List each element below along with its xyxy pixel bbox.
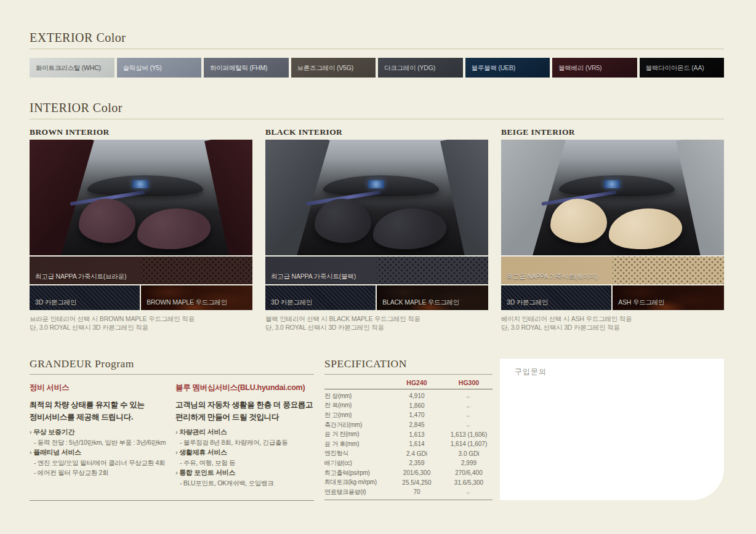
wood-grain-tile: BROWN MAPLE 우드그레인 — [141, 285, 252, 310]
car-door-shape — [265, 140, 330, 255]
spec-row: 전 장(mm)4,910← — [324, 391, 493, 401]
spec-header-hg300: HG300 — [445, 379, 493, 386]
program-intro-line: 최적의 차량 상태를 유지할 수 있는 — [30, 399, 170, 411]
spec-row: 배기량(cc)2,3592,999 — [324, 458, 493, 468]
exterior-swatch-v5g: 브론즈그레이 (V5G) — [291, 58, 376, 78]
program-item-line: - BLU포인트, OK캐쉬백, 오일뱅크 — [175, 478, 316, 488]
spec-label: 최대토크(kg·m/rpm) — [324, 478, 388, 487]
interior-heading: BLACK INTERIOR — [265, 127, 488, 140]
exterior-swatch-label: 브론즈그레이 (V5G) — [297, 58, 354, 78]
spec-header-hg240: HG240 — [388, 379, 445, 386]
spec-value: 270/6,400 — [445, 469, 493, 476]
interior-caption: 베이지 인테리어 선택 시 ASH 우드그레인 적용 단, 3.0 ROYAL … — [501, 314, 724, 332]
program-list: 차량관리 서비스 - 블루점검 8년 8회, 차량캐어, 긴급출동 생활제휴 서… — [175, 427, 316, 488]
trim-tiles: 3D 카본그레인 ASH 우드그레인 — [501, 285, 724, 310]
nav-screen-glow — [604, 180, 620, 188]
interior-heading: BEIGE INTERIOR — [501, 127, 724, 140]
spec-value: 201/6,300 — [388, 469, 445, 476]
program-heading: 정비 서비스 — [30, 383, 170, 393]
spec-row: 전 폭(mm)1,860← — [324, 401, 493, 411]
interior-column-beige: BEIGE INTERIOR 최고급 NAPPA 가죽시트(베이지) 3D 카본… — [501, 127, 724, 332]
program-intro-line: 고객님의 자동차 생활을 한층 더 풍요롭고 — [175, 399, 316, 411]
spec-value: 2,999 — [445, 460, 493, 466]
car-seat-shape — [79, 199, 135, 243]
interior-column-brown: BROWN INTERIOR 최고급 NAPPA 가죽시트(브라운) 3D 카본… — [30, 127, 252, 332]
caption-line: 단, 3.0 ROYAL 선택시 3D 카본그레인 적용 — [265, 323, 488, 332]
spec-label: 최고출력(ps/rpm) — [324, 469, 388, 477]
trim-tiles: 3D 카본그레인 BLACK MAPLE 우드그레인 — [265, 285, 488, 310]
program-heading: 블루 멤버십서비스(BLU.hyundai.com) — [175, 383, 316, 393]
program-item-line: - 주유, 여행, 보험 등 — [175, 458, 316, 468]
exterior-swatch-whc: 화이트크리스탈 (WHC) — [30, 58, 115, 78]
nav-screen-glow — [132, 180, 148, 188]
wood-grain-tile: ASH 우드그레인 — [613, 285, 724, 310]
interior-photo — [30, 140, 252, 255]
exterior-swatch-aa: 블랙다이아몬드 (AA) — [640, 58, 725, 78]
spec-row: 연료탱크용량(ℓ)70← — [324, 487, 493, 497]
program-item-title: 생활제휴 서비스 — [175, 447, 316, 458]
spec-value: 70 — [388, 488, 445, 495]
spec-value: ← — [445, 393, 493, 399]
program-item-title: 무상 보증기간 — [30, 427, 170, 437]
wood-grain-label: BROWN MAPLE 우드그레인 — [147, 298, 227, 307]
carbon-grain-tile: 3D 카본그레인 — [265, 285, 376, 310]
car-door-shape — [30, 140, 94, 255]
program-column-membership: 블루 멤버십서비스(BLU.hyundai.com) 고객님의 자동차 생활을 … — [175, 383, 316, 488]
spec-header-row: HG240 HG300 — [324, 377, 493, 389]
exterior-swatch-label: 블랙다이아몬드 (AA) — [646, 58, 704, 78]
spec-value: 2.4 GDi — [388, 450, 445, 457]
leather-swatch: 최고급 NAPPA 가죽시트(브라운) — [30, 257, 252, 284]
program-item-title: 통합 포인트 서비스 — [175, 468, 316, 478]
exterior-swatch-row: 화이트크리스탈 (WHC) 슬릭실버 (Y5) 하이퍼메탈릭 (FHM) 브론즈… — [30, 58, 724, 78]
program-item-line: - 엔진 오일/오일 필터/에어 클리너 무상교환 4회 — [30, 458, 170, 468]
interior-caption: 브라운 인테리어 선택 시 BROWN MAPLE 우드그레인 적용 단, 3.… — [30, 314, 252, 332]
car-door-shape — [440, 140, 488, 255]
wood-grain-label: BLACK MAPLE 우드그레인 — [382, 298, 459, 307]
wood-grain-tile: BLACK MAPLE 우드그레인 — [377, 285, 488, 310]
interior-section-title: INTERIOR Color — [30, 101, 123, 115]
specification-divider — [324, 374, 493, 375]
interior-columns: BROWN INTERIOR 최고급 NAPPA 가죽시트(브라운) 3D 카본… — [30, 127, 724, 332]
leather-label: 최고급 NAPPA 가죽시트(브라운) — [35, 273, 126, 281]
spec-label: 배기량(cc) — [324, 459, 388, 468]
spec-row: 전 고(mm)1,470← — [324, 410, 493, 420]
exterior-swatch-ydg: 다크그레이 (YDG) — [378, 58, 463, 78]
spec-value: 1,613 (1,606) — [445, 431, 493, 438]
car-seat-shape — [371, 205, 448, 253]
spec-value: 3.0 GDi — [445, 450, 493, 457]
spec-value: 1,860 — [388, 402, 445, 409]
program-item-line: - 동력 전달 : 5년/10만km, 일반 부품 : 3년/6만km — [30, 437, 170, 447]
spec-label: 축간거리(mm) — [324, 421, 388, 429]
leather-swatch: 최고급 NAPPA 가죽시트(블랙) — [265, 257, 488, 284]
car-seat-shape — [135, 205, 212, 253]
nav-screen-glow — [368, 180, 384, 188]
car-seat-shape — [606, 205, 684, 253]
exterior-swatch-label: 다크그레이 (YDG) — [384, 58, 435, 78]
specification-table: HG240 HG300 전 장(mm)4,910← 전 폭(mm)1,860← … — [324, 377, 493, 497]
leather-label: 최고급 NAPPA 가죽시트(베이지) — [507, 273, 598, 281]
program-intro-line: 편리하게 만들어 드릴 것입니다 — [175, 411, 316, 423]
carbon-grain-label: 3D 카본그레인 — [35, 298, 76, 307]
perforated-leather-texture — [141, 257, 252, 284]
interior-caption: 블랙 인테리어 선택 시 BLACK MAPLE 우드그레인 적용 단, 3.0… — [265, 314, 488, 332]
exterior-swatch-label: 슬릭실버 (Y5) — [123, 58, 162, 78]
exterior-swatch-label: 블랙베리 (VR5) — [558, 58, 601, 78]
spec-value: ← — [445, 488, 493, 495]
leather-label: 최고급 NAPPA 가죽시트(블랙) — [271, 273, 356, 281]
carbon-grain-label: 3D 카본그레인 — [271, 298, 312, 307]
program-item-line: - 에어컨 필터 무상교환 2회 — [30, 468, 170, 477]
interior-photo — [265, 140, 488, 255]
spec-label: 엔진형식 — [324, 449, 388, 458]
caption-line: 단, 3.0 ROYAL 선택시 3D 카본그레인 적용 — [501, 323, 724, 332]
program-list: 무상 보증기간 - 동력 전달 : 5년/10만km, 일반 부품 : 3년/6… — [30, 427, 170, 477]
program-bottom-divider — [30, 500, 314, 501]
specification-section-title: SPECIFICATION — [324, 357, 407, 370]
program-item-title: 플래티넘 서비스 — [30, 447, 170, 458]
spec-value: ← — [445, 412, 493, 418]
program-divider — [30, 374, 314, 375]
spec-value: 2,359 — [388, 460, 445, 466]
car-door-shape — [676, 140, 724, 255]
spec-value: 2,845 — [388, 421, 445, 428]
carbon-grain-label: 3D 카본그레인 — [507, 298, 548, 307]
carbon-grain-tile: 3D 카본그레인 — [501, 285, 611, 310]
